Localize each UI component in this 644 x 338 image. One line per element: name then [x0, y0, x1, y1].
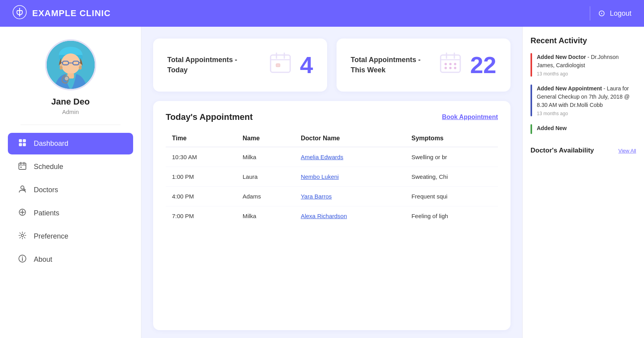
- doctor-availability-header: Doctor's Availability View All: [531, 147, 636, 154]
- header-brand: EXAMPLE CLINIC: [13, 5, 111, 22]
- activity-bar: [531, 124, 532, 134]
- patients-icon: [17, 208, 27, 219]
- user-name: Jane Deo: [51, 97, 90, 107]
- layout: Jane Deo Admin Dashboard: [0, 27, 644, 338]
- svg-rect-18: [19, 139, 22, 142]
- appointments-header: Today's Appointment Book Appointment: [166, 112, 498, 122]
- svg-point-14: [59, 66, 62, 70]
- header: EXAMPLE CLINIC ⊙ Logout: [0, 0, 644, 27]
- sidebar-item-about[interactable]: About: [8, 249, 133, 270]
- stats-row: Total Appointments - Today 4: [153, 39, 510, 92]
- about-icon: [17, 254, 27, 265]
- sidebar-item-patients-label: Patients: [34, 209, 59, 217]
- col-time: Time: [166, 130, 236, 147]
- stat-week-value: 22: [470, 53, 496, 77]
- svg-point-27: [21, 186, 24, 189]
- sidebar-item-doctors-label: Doctors: [34, 186, 58, 194]
- svg-rect-20: [19, 143, 22, 146]
- nav-menu: Dashboard Schedule: [8, 133, 133, 270]
- stat-week-calendar-icon: [439, 51, 462, 79]
- logout-button[interactable]: Logout: [610, 9, 631, 18]
- appointments-table-head: Time Name Doctor Name Symptoms: [166, 130, 498, 147]
- sidebar: Jane Deo Admin Dashboard: [0, 27, 141, 338]
- svg-point-51: [454, 67, 456, 69]
- cell-doctor[interactable]: Amelia Edwards: [295, 147, 405, 167]
- main-content: Total Appointments - Today 4: [141, 27, 522, 338]
- stat-card-week: Total Appointments - This Week: [337, 39, 510, 92]
- appointments-table-header-row: Time Name Doctor Name Symptoms: [166, 130, 498, 147]
- book-appointment-link[interactable]: Book Appointment: [442, 114, 498, 121]
- stat-today-label: Total Appointments - Today: [167, 55, 238, 75]
- svg-rect-41: [276, 64, 280, 67]
- svg-point-17: [64, 76, 69, 81]
- sidebar-item-doctors[interactable]: Doctors: [8, 179, 133, 201]
- activity-time: 13 months ago: [537, 71, 636, 77]
- doctors-icon: [17, 185, 27, 195]
- activity-bar: [531, 53, 532, 77]
- activity-bold: Added New: [537, 125, 567, 131]
- cell-doctor[interactable]: Nembo Lukeni: [295, 167, 405, 187]
- activity-bold: Added New Doctor: [537, 54, 586, 60]
- activity-item: Added New: [531, 124, 636, 134]
- stat-week-right: 22: [439, 51, 496, 79]
- table-row: 1:00 PM Laura Nembo Lukeni Sweating, Chi: [166, 167, 498, 187]
- cell-symptoms: Feeling of ligh: [405, 206, 498, 226]
- logout-icon: ⊙: [598, 8, 605, 18]
- cell-name: Adams: [236, 187, 295, 206]
- appointments-table: Time Name Doctor Name Symptoms 10:30 AM …: [166, 130, 498, 226]
- sidebar-item-schedule-label: Schedule: [34, 163, 63, 171]
- svg-rect-22: [19, 163, 26, 169]
- appointments-table-body: 10:30 AM Milka Amelia Edwards Swelling o…: [166, 147, 498, 226]
- appointments-title: Today's Appointment: [166, 112, 253, 122]
- sidebar-item-dashboard[interactable]: Dashboard: [8, 133, 133, 154]
- svg-point-15: [79, 66, 82, 70]
- preference-icon: [17, 231, 27, 242]
- svg-point-6: [61, 53, 80, 74]
- sidebar-item-schedule[interactable]: Schedule: [8, 156, 133, 178]
- view-all-button[interactable]: View All: [618, 148, 636, 154]
- cell-time: 7:00 PM: [166, 206, 236, 226]
- stat-card-today: Total Appointments - Today 4: [153, 39, 327, 92]
- svg-rect-37: [271, 55, 290, 72]
- col-name: Name: [236, 130, 295, 147]
- activity-text: Added New Doctor - Dr.Johnson James, Car…: [537, 53, 636, 70]
- col-doctor: Doctor Name: [295, 130, 405, 147]
- stat-today-value: 4: [300, 53, 313, 77]
- recent-activity-title: Recent Activity: [531, 36, 636, 45]
- stat-today-right: 4: [269, 51, 313, 79]
- svg-rect-26: [20, 167, 22, 168]
- sidebar-item-dashboard-label: Dashboard: [34, 140, 68, 148]
- avatar: [45, 39, 96, 90]
- sidebar-item-preference[interactable]: Preference: [8, 226, 133, 247]
- svg-point-33: [21, 234, 24, 237]
- clinic-name: EXAMPLE CLINIC: [32, 8, 111, 18]
- activity-content: Added New Doctor - Dr.Johnson James, Car…: [537, 53, 636, 77]
- activity-item: Added New Appointment - Laura for Genera…: [531, 84, 636, 116]
- schedule-icon: [17, 162, 27, 172]
- dashboard-icon: [17, 138, 27, 149]
- cell-symptoms: Swelling or br: [405, 147, 498, 167]
- activity-text: Added New: [537, 124, 567, 132]
- table-row: 10:30 AM Milka Amelia Edwards Swelling o…: [166, 147, 498, 167]
- svg-point-36: [22, 257, 23, 258]
- activity-content: Added New: [537, 124, 567, 134]
- svg-point-47: [449, 63, 452, 65]
- cell-time: 10:30 AM: [166, 147, 236, 167]
- svg-point-46: [445, 63, 447, 65]
- sidebar-item-about-label: About: [34, 255, 52, 264]
- activity-time: 13 months ago: [537, 111, 636, 116]
- cell-doctor[interactable]: Alexa Richardson: [295, 206, 405, 226]
- header-right: ⊙ Logout: [590, 6, 631, 20]
- sidebar-item-patients[interactable]: Patients: [8, 202, 133, 224]
- stat-today-calendar-icon: [269, 51, 292, 79]
- cell-symptoms: Frequent squi: [405, 187, 498, 206]
- activity-bold: Added New Appointment: [537, 85, 602, 92]
- cell-symptoms: Sweating, Chi: [405, 167, 498, 187]
- sidebar-divider: [20, 125, 121, 125]
- cell-doctor[interactable]: Yara Barros: [295, 187, 405, 206]
- cell-time: 4:00 PM: [166, 187, 236, 206]
- right-panel: Recent Activity Added New Doctor - Dr.Jo…: [522, 27, 644, 338]
- svg-rect-21: [23, 143, 26, 146]
- svg-point-50: [449, 67, 452, 69]
- clinic-logo-icon: [13, 5, 27, 22]
